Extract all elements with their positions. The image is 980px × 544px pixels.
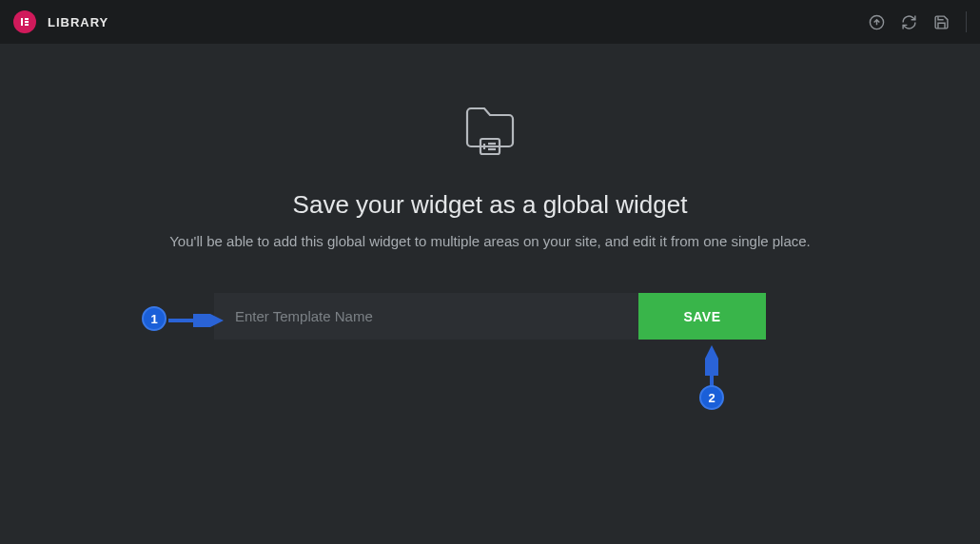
template-name-input[interactable] <box>214 293 638 340</box>
header-right <box>867 11 967 32</box>
heading: Save your widget as a global widget <box>293 190 688 220</box>
annotation-arrow-1-icon <box>168 314 225 327</box>
page-title: LIBRARY <box>48 15 108 29</box>
sync-icon[interactable] <box>899 12 918 31</box>
library-folder-icon <box>460 99 520 160</box>
annotation-arrow-2-icon <box>705 345 718 387</box>
save-icon[interactable] <box>931 12 951 31</box>
annotation-badge-1: 1 <box>142 306 167 331</box>
svg-rect-3 <box>25 24 29 26</box>
header: LIBRARY <box>0 0 980 44</box>
divider <box>966 11 967 32</box>
svg-rect-1 <box>25 18 29 20</box>
save-button[interactable]: SAVE <box>638 293 766 340</box>
annotation-badge-2: 2 <box>699 385 724 410</box>
subheading: You'll be able to add this global widget… <box>169 233 811 249</box>
main-content: Save your widget as a global widget You'… <box>0 44 980 340</box>
header-left: LIBRARY <box>13 10 108 33</box>
svg-rect-0 <box>21 18 23 26</box>
elementor-logo-icon <box>13 10 36 33</box>
svg-rect-2 <box>25 21 29 23</box>
save-form: SAVE <box>214 293 766 340</box>
import-icon[interactable] <box>867 12 886 31</box>
